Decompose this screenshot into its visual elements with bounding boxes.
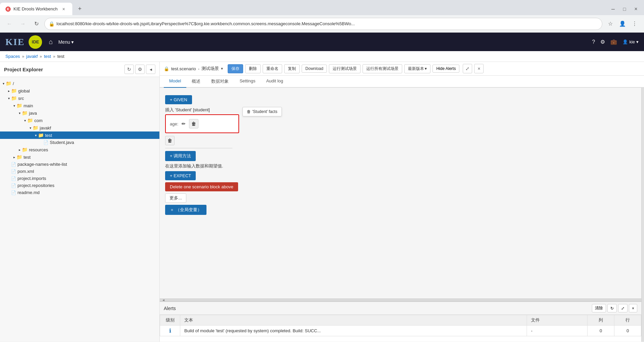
tab-title: KIE Drools Workbench xyxy=(13,6,58,11)
delete-scenario-btn[interactable]: Delete one scenario block above xyxy=(165,182,238,191)
tab-model[interactable]: Model xyxy=(164,76,186,88)
new-tab-btn[interactable]: + xyxy=(74,3,86,15)
alerts-clear-btn[interactable]: 清除 xyxy=(592,304,606,312)
run-all-tests-btn[interactable]: 运行所有测试场景 xyxy=(363,64,402,73)
alerts-table: 级别 文本 文件 列 行 ℹ xyxy=(160,315,641,336)
file-icon: 📄 xyxy=(11,162,16,167)
tree-item-main[interactable]: ▾ 📁 main xyxy=(0,102,159,109)
tree-item-student-java[interactable]: ▸ 📄 Student.java xyxy=(0,139,159,146)
tree-item-readme[interactable]: ▸ 📄 readme.md xyxy=(0,189,159,196)
call-method-btn[interactable]: + 调用方法 xyxy=(165,151,196,161)
tree-item-resources[interactable]: ▸ 📁 resources xyxy=(0,146,159,153)
block-delete-row: 🗑 xyxy=(165,136,636,145)
tab-audit-log[interactable]: Audit log xyxy=(261,76,289,88)
briefcase-btn[interactable]: 💼 xyxy=(610,39,617,45)
delete-age-btn[interactable]: 🗑 xyxy=(189,119,198,128)
facts-tooltip: 🗑 'Student' facts xyxy=(242,107,282,116)
tree-item-global[interactable]: ▸ 📁 global xyxy=(0,87,159,94)
breadcrumb-sep2: » xyxy=(40,54,42,59)
breadcrumb-spaces[interactable]: Spaces xyxy=(5,54,20,59)
user-arrow: ▾ xyxy=(636,39,639,44)
given-btn[interactable]: + GIVEN xyxy=(165,95,192,104)
close-content-btn[interactable]: × xyxy=(474,64,484,73)
resize-handle[interactable]: ◂ xyxy=(160,299,641,301)
download-btn[interactable]: Download xyxy=(302,65,327,73)
sidebar-settings-btn[interactable]: ⚙ xyxy=(135,65,145,74)
expand-content-btn[interactable]: ⤢ xyxy=(463,64,472,73)
tree-item-src[interactable]: ▾ 📁 src xyxy=(0,94,159,102)
tab-settings[interactable]: Settings xyxy=(234,76,261,88)
window-close-btn[interactable]: × xyxy=(631,4,641,14)
folder-icon: 📁 xyxy=(22,147,28,152)
help-btn[interactable]: ? xyxy=(592,39,595,45)
menu-dots-btn[interactable]: ⋮ xyxy=(629,18,640,29)
save-btn[interactable]: 保存 xyxy=(228,64,243,73)
tree-item-package-names[interactable]: ▸ 📄 package-names-white-list xyxy=(0,161,159,168)
run-test-btn[interactable]: 运行测试场景 xyxy=(329,64,361,73)
bookmark-btn[interactable]: ☆ xyxy=(605,18,616,29)
sidebar-refresh-btn[interactable]: ↻ xyxy=(124,65,134,74)
tabs: Model 概述 数据对象 Settings Audit log xyxy=(160,76,644,88)
expect-btn[interactable]: + EXPECT xyxy=(165,171,196,180)
right-scrollbar[interactable] xyxy=(641,88,644,342)
file-icon: 📄 xyxy=(11,190,16,195)
col-text-header: 文本 xyxy=(180,315,527,326)
alerts-header: Alerts 清除 ↻ ⤢ × xyxy=(160,302,641,315)
info-icon: ℹ xyxy=(169,328,171,334)
global-var-btn[interactable]: ＋ （全局变量） xyxy=(165,205,206,215)
scenario-view-dropdown-btn[interactable]: ▾ xyxy=(221,66,223,71)
copy-btn[interactable]: 复制 xyxy=(284,64,300,73)
edit-age-btn[interactable]: ✏ xyxy=(181,120,186,127)
tree-item-com[interactable]: ▾ 📁 com xyxy=(0,117,159,124)
hide-alerts-btn[interactable]: Hide Alerts xyxy=(432,65,459,73)
tree-item-java[interactable]: ▾ 📁 java xyxy=(0,109,159,117)
tree-item-root[interactable]: ▾ 📁 / xyxy=(0,80,159,87)
folder-icon: 📁 xyxy=(11,96,17,101)
alert-level-icon: ℹ xyxy=(160,326,180,336)
sidebar-collapse-btn[interactable]: ◂ xyxy=(146,65,155,74)
window-maximize-btn[interactable]: □ xyxy=(619,4,630,14)
alert-text: Build of module 'test' (requested by sys… xyxy=(180,326,527,336)
tree-item-project-imports[interactable]: ▸ 📄 project.imports xyxy=(0,175,159,182)
col-level-header: 级别 xyxy=(160,315,180,326)
sidebar-title: Project Explorer xyxy=(4,67,124,72)
browser-tab[interactable]: K KIE Drools Workbench × xyxy=(0,3,72,15)
content-inner: + GIVEN 插入 'Student' [student] age: ✏ 🗑 xyxy=(160,88,641,342)
address-bar[interactable]: 🔒 localhost:8080/kie-drools-wb/kie-drool… xyxy=(44,18,602,30)
insert-label: 插入 'Student' [student] xyxy=(165,107,636,113)
header-right: ? ⚙ 💼 👤 kie ▾ xyxy=(592,39,639,45)
home-btn[interactable]: ⌂ xyxy=(49,38,53,46)
tab-overview[interactable]: 概述 xyxy=(186,76,206,88)
delete-btn[interactable]: 删除 xyxy=(245,64,261,73)
menu-btn[interactable]: Menu ▾ xyxy=(58,39,74,45)
alerts-refresh-btn[interactable]: ↻ xyxy=(607,304,617,312)
given-row: + GIVEN xyxy=(165,95,636,104)
refresh-btn[interactable]: ↻ xyxy=(31,18,42,29)
latest-version-btn[interactable]: 最新版本 ▾ xyxy=(404,64,430,73)
table-row: ℹ Build of module 'test' (requested by s… xyxy=(160,326,641,336)
settings-btn[interactable]: ⚙ xyxy=(600,39,605,45)
tab-data-objects[interactable]: 数据对象 xyxy=(206,76,234,88)
breadcrumb: Spaces » javakf » test » test xyxy=(0,51,644,62)
user-btn[interactable]: 👤 kie ▾ xyxy=(622,39,639,44)
profile-btn[interactable]: 👤 xyxy=(617,18,628,29)
breadcrumb-test1[interactable]: test xyxy=(44,54,51,59)
window-minimize-btn[interactable]: – xyxy=(608,4,618,14)
alerts-expand-btn[interactable]: ⤢ xyxy=(618,304,628,312)
tab-close-btn[interactable]: × xyxy=(60,6,67,12)
more-btn[interactable]: 更多... xyxy=(165,193,186,203)
block-delete-btn[interactable]: 🗑 xyxy=(165,136,175,145)
rename-btn[interactable]: 重命名 xyxy=(263,64,282,73)
alerts-close-btn[interactable]: × xyxy=(629,304,637,312)
breadcrumb-javakf[interactable]: javakf xyxy=(26,54,38,59)
forward-btn[interactable]: → xyxy=(17,18,28,29)
tree-item-project-repos[interactable]: ▸ 📄 project.repositories xyxy=(0,182,159,189)
address-text: localhost:8080/kie-drools-wb/kie-drools-… xyxy=(56,21,598,26)
tree-item-pom[interactable]: ▸ 📄 pom.xml xyxy=(0,168,159,175)
tree-item-test-src[interactable]: ▸ 📁 test xyxy=(0,153,159,161)
tree-item-test[interactable]: ▾ 📁 test xyxy=(0,131,159,139)
tree-item-javakf[interactable]: ▾ 📁 javakf xyxy=(0,124,159,131)
delete-scenario-row: Delete one scenario block above xyxy=(165,182,636,191)
back-btn[interactable]: ← xyxy=(4,18,15,29)
alert-file: - xyxy=(527,326,588,336)
